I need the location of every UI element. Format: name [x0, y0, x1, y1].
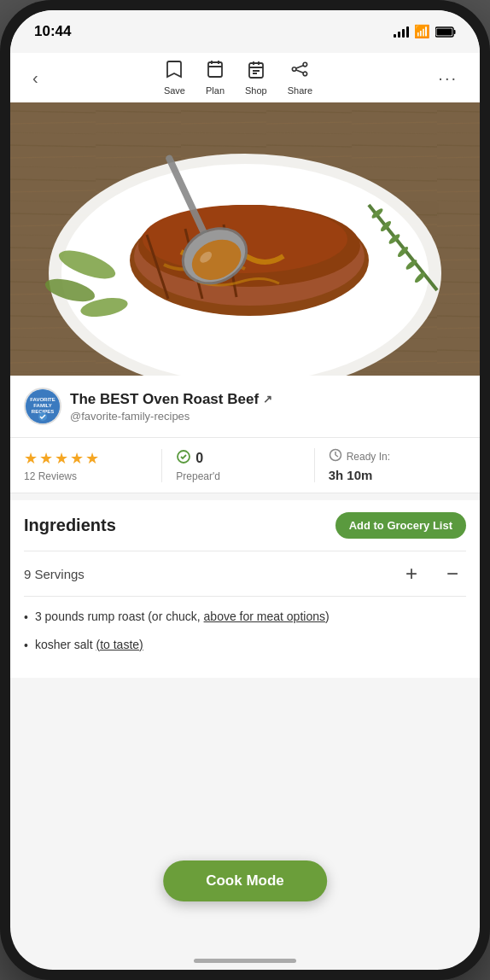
svg-point-15 [303, 72, 307, 76]
rating-count: 12 Reviews [24, 470, 161, 482]
svg-line-16 [296, 66, 303, 68]
share-action[interactable]: Share [288, 60, 312, 96]
svg-text:FAMILY: FAMILY [33, 403, 51, 408]
more-button[interactable]: ··· [429, 63, 466, 93]
wifi-icon: 📶 [414, 24, 430, 39]
bullet-1: • [24, 610, 28, 627]
star-3: ★ [55, 449, 68, 468]
prepd-value-row: 0 [176, 449, 313, 468]
home-indicator [194, 959, 296, 963]
recipe-title: The BEST Oven Roast Beef ↗ [70, 391, 466, 408]
servings-label: 9 Servings [24, 567, 85, 581]
avatar: FAVORITE FAMILY RECIPES [24, 388, 61, 425]
prepd-icon [176, 449, 191, 468]
increase-servings-button[interactable]: + [398, 560, 425, 587]
list-item: • 3 pounds rump roast (or chuck, above f… [24, 604, 466, 632]
shop-action[interactable]: Shop [245, 60, 267, 96]
svg-rect-3 [208, 62, 222, 77]
status-time: 10:44 [34, 23, 71, 40]
stars-row: ★ ★ ★ ★ ★ [24, 449, 161, 468]
ingredients-header: Ingredients Add to Grocery List [24, 512, 466, 539]
ingredient-text-2: kosher salt (to taste) [35, 637, 466, 654]
star-4: ★ [70, 449, 84, 468]
author-handle: @favorite-family-recipes [70, 410, 466, 423]
svg-rect-2 [454, 30, 456, 34]
star-1: ★ [24, 449, 38, 468]
add-grocery-button[interactable]: Add to Grocery List [335, 512, 466, 539]
prepd-label: Prepear'd [176, 470, 313, 482]
stats-row: ★ ★ ★ ★ ★ 12 Reviews 0 [10, 438, 480, 493]
phone-screen: 10:44 📶 [10, 10, 480, 970]
back-button[interactable]: ‹ [24, 63, 47, 93]
svg-line-56 [335, 455, 338, 457]
ready-in-value-row: Ready In: [329, 448, 466, 465]
servings-row: 9 Servings + − [24, 551, 466, 596]
status-bar: 10:44 📶 [10, 10, 480, 53]
save-icon [166, 60, 183, 84]
servings-controls: + − [398, 560, 466, 587]
shop-label: Shop [245, 85, 267, 96]
plan-icon [207, 60, 224, 84]
external-link-icon: ↗ [263, 393, 272, 405]
status-icons: 📶 [394, 24, 456, 39]
share-label: Share [288, 85, 312, 96]
save-label: Save [164, 85, 185, 96]
share-icon [291, 60, 308, 84]
plan-action[interactable]: Plan [206, 60, 225, 96]
prepd-count: 0 [195, 451, 203, 466]
ready-in-label: Ready In: [347, 451, 390, 463]
ingredients-list: • 3 pounds rump roast (or chuck, above f… [24, 596, 466, 666]
clock-icon [329, 448, 342, 465]
cook-mode-button[interactable]: Cook Mode [163, 860, 327, 901]
toolbar: ‹ Save [10, 53, 480, 102]
phone-frame: 10:44 📶 [0, 0, 490, 980]
svg-line-17 [296, 70, 303, 73]
list-item: • kosher salt (to taste) [24, 632, 466, 660]
recipe-author-row: FAVORITE FAMILY RECIPES The BEST Oven Ro… [24, 388, 466, 425]
hero-image [10, 102, 480, 376]
svg-point-13 [303, 62, 307, 67]
svg-point-14 [293, 67, 297, 72]
prepd-block: 0 Prepear'd [161, 449, 313, 482]
cook-mode-container: Cook Mode [163, 860, 327, 901]
shop-icon [248, 60, 265, 84]
save-action[interactable]: Save [164, 60, 185, 96]
star-5: ★ [85, 449, 99, 468]
battery-icon [435, 26, 456, 38]
svg-rect-1 [437, 28, 452, 35]
svg-point-39 [143, 205, 347, 273]
ingredients-section: Ingredients Add to Grocery List 9 Servin… [10, 500, 480, 678]
ready-in-block: Ready In: 3h 10m [314, 448, 466, 482]
ready-in-value: 3h 10m [329, 468, 466, 482]
decrease-servings-button[interactable]: − [439, 560, 466, 587]
rating-block: ★ ★ ★ ★ ★ 12 Reviews [24, 449, 161, 482]
ingredient-text-1: 3 pounds rump roast (or chuck, above for… [35, 609, 466, 626]
bullet-2: • [24, 638, 28, 655]
star-2: ★ [39, 449, 53, 468]
ingredients-title: Ingredients [24, 516, 116, 535]
plan-label: Plan [206, 85, 225, 96]
toolbar-actions: Save Plan [47, 60, 430, 96]
svg-text:FAVORITE: FAVORITE [30, 397, 55, 402]
recipe-title-block: The BEST Oven Roast Beef ↗ @favorite-fam… [70, 391, 466, 423]
signal-icon [394, 26, 409, 38]
recipe-info: FAVORITE FAMILY RECIPES The BEST Oven Ro… [10, 376, 480, 438]
